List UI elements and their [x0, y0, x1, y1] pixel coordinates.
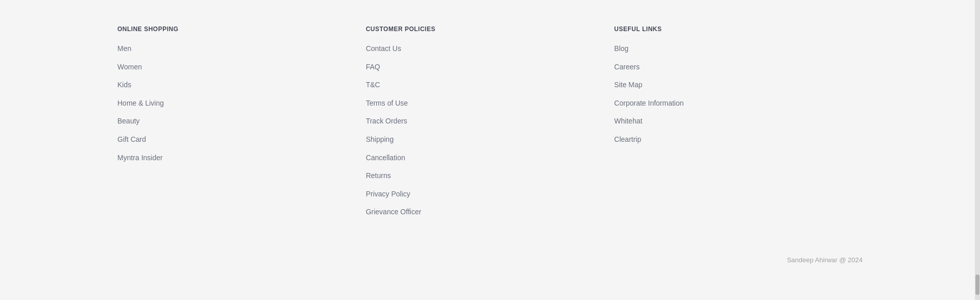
link-blog[interactable]: Blog — [614, 44, 863, 54]
link-tc[interactable]: T&C — [366, 80, 615, 90]
footer-column-online-shopping: ONLINE SHOPPING Men Women Kids Home & Li… — [117, 26, 366, 226]
useful-links-title: USEFUL LINKS — [614, 26, 863, 33]
link-faq[interactable]: FAQ — [366, 62, 615, 72]
link-women[interactable]: Women — [117, 62, 366, 72]
footer: ONLINE SHOPPING Men Women Kids Home & Li… — [0, 0, 980, 294]
scrollbar[interactable] — [975, 0, 980, 300]
copyright-text: Sandeep Ahirwar @ 2024 — [787, 256, 863, 264]
customer-policies-title: CUSTOMER POLICIES — [366, 26, 615, 33]
footer-columns: ONLINE SHOPPING Men Women Kids Home & Li… — [117, 26, 863, 226]
link-site-map[interactable]: Site Map — [614, 80, 863, 90]
link-shipping[interactable]: Shipping — [366, 135, 615, 145]
link-privacy-policy[interactable]: Privacy Policy — [366, 189, 615, 199]
link-track-orders[interactable]: Track Orders — [366, 116, 615, 127]
footer-column-useful-links: USEFUL LINKS Blog Careers Site Map Corpo… — [614, 26, 863, 226]
link-contact-us[interactable]: Contact Us — [366, 44, 615, 54]
link-whitehat[interactable]: Whitehat — [614, 116, 863, 127]
scrollbar-thumb[interactable] — [975, 274, 979, 295]
link-home-living[interactable]: Home & Living — [117, 98, 366, 109]
link-myntra-insider[interactable]: Myntra Insider — [117, 153, 366, 163]
link-returns[interactable]: Returns — [366, 171, 615, 181]
link-kids[interactable]: Kids — [117, 80, 366, 90]
link-cancellation[interactable]: Cancellation — [366, 153, 615, 163]
link-cleartrip[interactable]: Cleartrip — [614, 135, 863, 145]
link-corporate-information[interactable]: Corporate Information — [614, 98, 863, 109]
link-careers[interactable]: Careers — [614, 62, 863, 72]
footer-column-customer-policies: CUSTOMER POLICIES Contact Us FAQ T&C Ter… — [366, 26, 615, 226]
link-beauty[interactable]: Beauty — [117, 116, 366, 127]
link-terms-of-use[interactable]: Terms of Use — [366, 98, 615, 109]
link-grievance-officer[interactable]: Grievance Officer — [366, 207, 615, 217]
footer-bottom: Sandeep Ahirwar @ 2024 — [117, 246, 863, 264]
online-shopping-title: ONLINE SHOPPING — [117, 26, 366, 33]
link-men[interactable]: Men — [117, 44, 366, 54]
link-gift-card[interactable]: Gift Card — [117, 135, 366, 145]
